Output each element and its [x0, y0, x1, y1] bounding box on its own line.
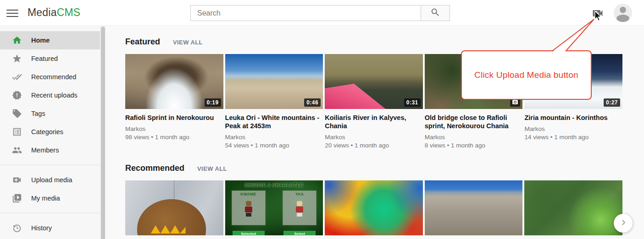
video-author[interactable]: Markos: [325, 133, 423, 141]
sidebar-item-recommended[interactable]: Recommended: [0, 68, 100, 86]
sidebar-item-categories[interactable]: Categories: [0, 123, 100, 141]
sidebar-item-label: Tags: [31, 110, 45, 117]
duration-badge: 0:27: [604, 98, 620, 107]
carousel-next-button[interactable]: [614, 214, 633, 233]
recommended-section-header: Recommended VIEW ALL: [125, 163, 622, 173]
sidebar-scrollbar-thumb[interactable]: [101, 27, 105, 239]
video-author[interactable]: Markos: [125, 125, 223, 133]
video-thumbnail[interactable]: [425, 180, 523, 235]
video-call-icon: [12, 175, 22, 185]
video-title[interactable]: Leuka Ori - White mountains - Peak at 24…: [225, 114, 323, 130]
video-meta: 14 views • 1 month ago: [524, 133, 622, 141]
sidebar-item-home[interactable]: Home: [0, 31, 100, 49]
categories-icon: [12, 127, 22, 137]
logo-cms-text: CMS: [57, 6, 81, 18]
search-button[interactable]: [421, 5, 450, 21]
sidebar: Home Featured Recommended Recent uploads…: [0, 26, 100, 239]
duration-badge: 0:31: [404, 98, 421, 107]
sidebar-item-label: History: [31, 224, 52, 232]
video-title[interactable]: Old bridge close to Rafioli sprint, Nero…: [425, 114, 523, 130]
tag-icon: [12, 109, 22, 119]
sidebar-item-upload-media[interactable]: Upload media: [0, 171, 100, 189]
history-icon: [12, 223, 22, 233]
video-thumbnail[interactable]: CHOOSE A CHARACTER KWAME YAA: [225, 180, 323, 235]
sidebar-item-members[interactable]: Members: [0, 141, 100, 159]
upload-media-button[interactable]: [591, 7, 604, 20]
app-logo[interactable]: MediaCMS: [28, 6, 80, 19]
sidebar-item-recent-uploads[interactable]: Recent uploads: [0, 86, 100, 104]
recommended-cards-row: CHOOSE A CHARACTER KWAME YAA: [125, 180, 622, 235]
people-icon: [12, 145, 22, 155]
video-card[interactable]: 0:46 Leuka Ori - White mountains - Peak …: [225, 54, 323, 150]
sidebar-item-label: Categories: [31, 128, 63, 136]
section-title: Recommended: [125, 163, 184, 173]
video-card[interactable]: CHOOSE A CHARACTER KWAME YAA: [225, 180, 323, 235]
video-card[interactable]: 0:31 Koiliaris River in Kalyves, Chania …: [325, 54, 423, 150]
video-thumbnail[interactable]: [325, 180, 423, 235]
done-all-icon: [12, 72, 22, 82]
video-author[interactable]: Markos: [425, 133, 523, 141]
video-meta: 20 views • 1 month ago: [325, 141, 423, 150]
video-call-icon: [591, 13, 604, 21]
video-card[interactable]: 0:19 Rafioli Sprint in Nerokourou Markos…: [125, 54, 223, 150]
video-card[interactable]: [425, 180, 523, 235]
top-bar: MediaCMS: [0, 0, 644, 26]
thumbnail-text: Select: [283, 231, 316, 235]
character-panel: KWAME: [232, 190, 266, 225]
sidebar-item-label: My media: [31, 195, 60, 202]
character-name: YAA: [283, 192, 316, 196]
user-avatar[interactable]: [614, 4, 632, 22]
sidebar-scrollbar-track: [100, 26, 105, 239]
sidebar-item-label: Recommended: [31, 73, 76, 81]
character-sprite: [244, 201, 253, 217]
video-card[interactable]: [125, 180, 223, 235]
video-title[interactable]: Ziria mountain - Korinthos: [524, 114, 622, 122]
sidebar-item-my-media[interactable]: My media: [0, 189, 100, 207]
person-icon: [614, 16, 632, 22]
annotation-text: Click Upload Media button: [474, 70, 578, 80]
sidebar-divider: [0, 165, 100, 165]
home-icon: [12, 35, 22, 45]
character-name: KWAME: [232, 192, 265, 196]
video-meta: 8 views • 1 month ago: [425, 141, 523, 150]
menu-icon[interactable]: [6, 7, 18, 18]
video-title[interactable]: Rafioli Sprint in Nerokourou: [125, 114, 223, 122]
sidebar-item-label: Featured: [31, 55, 58, 62]
recommended-view-all-link[interactable]: VIEW ALL: [197, 165, 227, 172]
sidebar-item-featured[interactable]: Featured: [0, 49, 100, 68]
section-title: Featured: [125, 37, 160, 47]
video-title[interactable]: Koiliaris River in Kalyves, Chania: [325, 114, 423, 130]
sidebar-item-tags[interactable]: Tags: [0, 104, 100, 123]
duration-badge: 0:46: [304, 98, 321, 107]
search-input[interactable]: [191, 5, 421, 21]
video-thumbnail[interactable]: 0:46: [225, 54, 323, 109]
sidebar-item-label: Members: [31, 147, 59, 154]
thumbnail-text: Selected: [233, 231, 265, 235]
video-meta: 98 views • 1 month ago: [125, 133, 223, 141]
sidebar-item-label: Home: [31, 37, 50, 44]
video-thumbnail[interactable]: [125, 180, 223, 235]
video-author[interactable]: Markos: [225, 133, 323, 141]
video-card[interactable]: [524, 180, 622, 235]
sidebar-item-label: Recent uploads: [31, 92, 78, 99]
logo-media-text: Media: [28, 6, 57, 18]
video-card[interactable]: [325, 180, 423, 235]
video-thumbnail[interactable]: [524, 180, 622, 235]
featured-section-header: Featured VIEW ALL: [125, 37, 622, 47]
sidebar-divider: [0, 213, 100, 213]
search-bar: [190, 5, 450, 21]
annotation-callout: Click Upload Media button: [461, 50, 592, 100]
star-icon: [12, 54, 22, 64]
duration-badge: 0:19: [205, 98, 221, 107]
featured-view-all-link[interactable]: VIEW ALL: [173, 39, 203, 46]
video-meta: 54 views • 1 month ago: [225, 141, 323, 150]
sidebar-item-history[interactable]: History: [0, 219, 100, 237]
video-library-icon: [12, 193, 22, 203]
video-thumbnail[interactable]: 0:31: [325, 54, 423, 109]
character-sprite: [295, 201, 304, 217]
thumbnail-text: CHOOSE A CHARACTER: [225, 183, 323, 188]
chevron-right-icon: [619, 218, 627, 228]
video-author[interactable]: Markos: [524, 125, 622, 133]
character-panel: YAA: [283, 190, 316, 225]
video-thumbnail[interactable]: 0:19: [125, 54, 223, 109]
